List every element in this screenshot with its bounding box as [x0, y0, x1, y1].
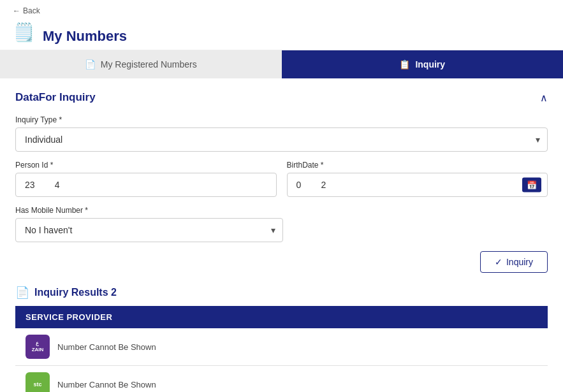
has-mobile-select[interactable]: No I haven't Yes I have: [15, 218, 283, 242]
inquiry-type-group: Inquiry Type * Individual Corporate: [15, 115, 548, 152]
inquiry-button[interactable]: ✓ Inquiry: [480, 251, 548, 273]
collapse-icon[interactable]: ∧: [540, 92, 548, 104]
table-header: SERVICE PROVIDER: [15, 306, 548, 328]
person-birth-row: Person Id * BirthDate * 📅: [15, 161, 548, 206]
tab-registered[interactable]: 📄 My Registered Numbers: [0, 50, 282, 78]
stc-result-text: Number Cannot Be Shown: [57, 380, 156, 389]
person-id-input[interactable]: [15, 173, 277, 197]
has-mobile-label: Has Mobile Number *: [15, 206, 548, 215]
birth-date-group: BirthDate * 📅: [287, 161, 548, 197]
section-title: DataFor Inquiry: [15, 91, 96, 104]
results-icon: 📄: [15, 286, 29, 300]
has-mobile-group: Has Mobile Number * No I haven't Yes I h…: [15, 206, 548, 242]
results-title: Inquiry Results 2: [34, 287, 117, 298]
birth-date-input-wrapper: 📅: [287, 173, 548, 197]
tab-registered-label: My Registered Numbers: [101, 59, 197, 69]
back-link[interactable]: ← Back: [13, 6, 127, 15]
stc-badge: stc: [26, 372, 50, 392]
calendar-icon[interactable]: 📅: [522, 178, 541, 192]
has-mobile-select-wrapper: No I haven't Yes I have: [15, 218, 283, 242]
results-table: SERVICE PROVIDER عZAIN Number Cannot Be …: [15, 306, 548, 392]
result-row-stc: stc Number Cannot Be Shown: [15, 366, 548, 392]
inquiry-type-select-wrapper: Individual Corporate: [15, 127, 548, 152]
result-row-zain: عZAIN Number Cannot Be Shown: [15, 328, 548, 366]
zain-result-text: Number Cannot Be Shown: [57, 342, 156, 352]
inquiry-type-select[interactable]: Individual Corporate: [15, 127, 548, 152]
birth-date-label: BirthDate *: [287, 161, 548, 170]
tabs-bar: 📄 My Registered Numbers 📋 Inquiry: [0, 50, 563, 78]
inquiry-type-label: Inquiry Type *: [15, 115, 548, 124]
page-wrapper: ← Back 🗒️ My Numbers 📄 My Registered Num…: [0, 0, 563, 392]
checkmark-icon: ✓: [495, 257, 502, 267]
tab-inquiry-icon: 📋: [399, 59, 410, 69]
page-header: ← Back 🗒️ My Numbers: [0, 0, 563, 50]
stc-icon: stc: [33, 381, 41, 388]
section-header: DataFor Inquiry ∧: [15, 91, 548, 104]
back-label: Back: [23, 6, 40, 15]
birth-date-input[interactable]: [287, 173, 548, 197]
tab-inquiry[interactable]: 📋 Inquiry: [282, 50, 564, 78]
inquiry-button-label: Inquiry: [506, 257, 533, 267]
person-id-group: Person Id *: [15, 161, 277, 197]
tab-inquiry-label: Inquiry: [415, 59, 445, 69]
back-arrow-icon: ←: [13, 6, 20, 15]
main-section: DataFor Inquiry ∧ Inquiry Type * Individ…: [0, 78, 563, 392]
tab-registered-icon: 📄: [85, 59, 96, 69]
page-icon: 🗒️: [13, 22, 35, 43]
page-title: My Numbers: [43, 28, 127, 45]
person-id-label: Person Id *: [15, 161, 277, 170]
results-header: 📄 Inquiry Results 2: [15, 286, 548, 300]
zain-icon: عZAIN: [32, 340, 44, 352]
zain-badge: عZAIN: [26, 335, 50, 359]
actions-row: ✓ Inquiry: [15, 251, 548, 273]
